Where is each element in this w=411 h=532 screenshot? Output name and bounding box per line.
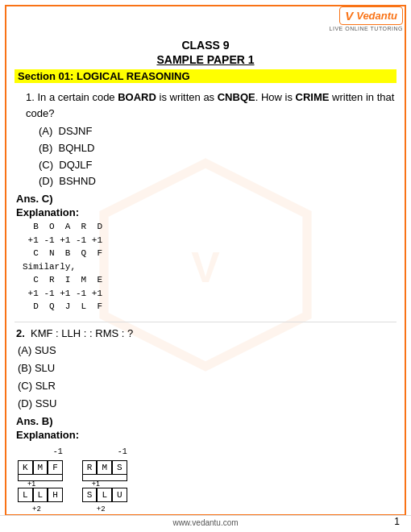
option-1b: (B) BQHLD [39,140,396,157]
left-arrow-top: -1 [18,447,63,456]
question-1-number: 1. [26,91,37,103]
cell-l1: L [18,488,33,502]
section-header: Section 01: LOGICAL REASONING [15,69,396,83]
option-2c: (C) SLR [18,377,396,395]
question-1-block: 1. In a certain code BOARD is written as… [15,89,396,314]
option-1a: (A) DSJNF [39,123,396,140]
logo-box: V Vedantu [339,6,403,25]
cell-l3: L [97,488,112,502]
explanation-2-diagram: -1 K M F +1 L L [18,446,396,517]
option-1c: (C) DQJLF [39,157,396,174]
cell-s2: S [82,488,98,502]
explanation-1-label: Explanation: [16,206,396,218]
logo-brand: Vedantu [356,10,397,22]
explanation-2-label: Explanation: [16,429,396,441]
cell-r: R [82,460,98,475]
class-title: CLASS 9 [15,39,396,52]
cell-l2: L [33,488,48,502]
option-1d: (D) BSHND [39,173,396,190]
cell-m: M [33,460,48,475]
cell-u: U [112,488,127,502]
paper-title: SAMPLE PAPER 1 [15,53,396,66]
option-2b: (B) SLU [18,360,396,377]
left-plus2-label: +2 [32,505,41,513]
option-2a: (A) SUS [18,342,396,360]
page-content: CLASS 9 SAMPLE PAPER 1 Section 01: LOGIC… [0,31,411,532]
right-plus2-label: +2 [97,505,106,513]
cell-k: K [18,460,33,475]
right-plus1-label: +1 [92,480,100,488]
logo-area: V Vedantu LIVE ONLINE TUTORING [330,6,403,31]
right-arrow-top: -1 [82,447,127,456]
answer-2: Ans. B) [16,415,396,427]
question-1-options: (A) DSJNF (B) BQHLD (C) DQJLF (D) BSHND [39,123,396,190]
divider-1 [15,322,396,322]
cell-h: H [48,488,63,502]
cell-f: F [48,460,63,475]
answer-1: Ans. C) [16,193,396,205]
question-2-block: 2. KMF : LLH : : RMS : ? (A) SUS (B) SLU… [15,327,396,517]
option-2d: (D) SSU [18,395,396,413]
question-1-text: 1. In a certain code BOARD is written as… [26,89,396,121]
question-2-options: (A) SUS (B) SLU (C) SLR (D) SSU [18,342,396,413]
left-plus1-label: +1 [27,480,35,488]
cell-m2: M [97,460,112,475]
logo-v: V [345,9,353,23]
explanation-1-content: B O A R D +1 -1 +1 -1 +1 C N B Q F Simil… [23,220,396,314]
question-2-text: 2. KMF : LLH : : RMS : ? [16,327,396,339]
cell-s: S [112,460,127,475]
